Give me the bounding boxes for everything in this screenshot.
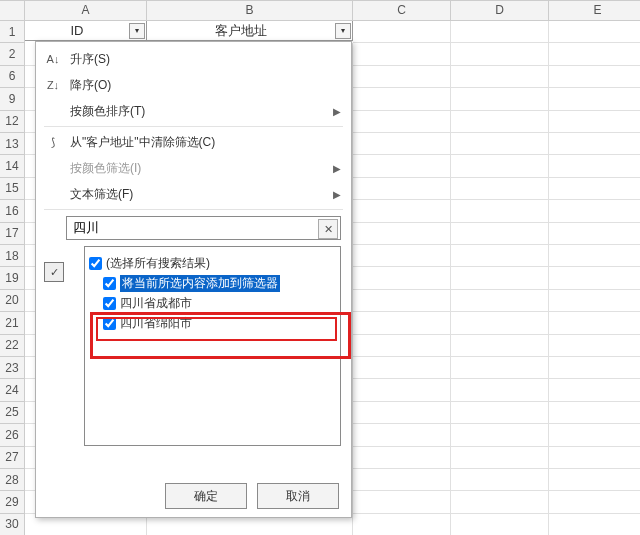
cell[interactable]: [353, 491, 451, 513]
cell[interactable]: [549, 200, 640, 222]
cell[interactable]: [451, 155, 549, 177]
cell[interactable]: [353, 178, 451, 200]
menu-text-filter[interactable]: 文本筛选(F) ▶: [36, 181, 351, 207]
cell[interactable]: [353, 357, 451, 379]
column-header-c[interactable]: C: [353, 1, 451, 21]
cell[interactable]: [451, 200, 549, 222]
cell[interactable]: [353, 267, 451, 289]
cell[interactable]: [353, 43, 451, 65]
cell[interactable]: [549, 88, 640, 110]
row-header-2[interactable]: 2: [0, 43, 25, 65]
cell[interactable]: [549, 223, 640, 245]
cell[interactable]: [549, 66, 640, 88]
cell[interactable]: [353, 155, 451, 177]
row-header-1[interactable]: 1: [0, 21, 25, 43]
cell[interactable]: [549, 469, 640, 491]
cell[interactable]: [549, 357, 640, 379]
cell[interactable]: [353, 245, 451, 267]
cancel-button[interactable]: 取消: [257, 483, 339, 509]
row-header-12[interactable]: 12: [0, 111, 25, 133]
cell[interactable]: [549, 447, 640, 469]
cell[interactable]: [353, 379, 451, 401]
ok-button[interactable]: 确定: [165, 483, 247, 509]
cell[interactable]: [451, 111, 549, 133]
tree-item-value-1[interactable]: 四川省成都市: [103, 293, 336, 313]
cell[interactable]: [451, 491, 549, 513]
cell[interactable]: [353, 111, 451, 133]
row-header-15[interactable]: 15: [0, 178, 25, 200]
cell[interactable]: [353, 335, 451, 357]
column-header-d[interactable]: D: [451, 1, 549, 21]
row-header-16[interactable]: 16: [0, 200, 25, 222]
row-header-19[interactable]: 19: [0, 267, 25, 289]
cell[interactable]: [353, 312, 451, 334]
cell[interactable]: [353, 424, 451, 446]
select-all-toggle[interactable]: ✓: [44, 262, 64, 282]
cell[interactable]: [353, 223, 451, 245]
cell[interactable]: [451, 447, 549, 469]
cell[interactable]: [353, 200, 451, 222]
cell[interactable]: [549, 111, 640, 133]
cell[interactable]: [451, 402, 549, 424]
cell[interactable]: [353, 402, 451, 424]
filter-dropdown-a[interactable]: ▾: [129, 23, 145, 39]
row-header-6[interactable]: 6: [0, 66, 25, 88]
menu-sort-asc[interactable]: A↓ 升序(S): [36, 46, 351, 72]
cell[interactable]: [549, 402, 640, 424]
cell[interactable]: [451, 88, 549, 110]
row-header-9[interactable]: 9: [0, 88, 25, 110]
cell[interactable]: [451, 267, 549, 289]
row-header-24[interactable]: 24: [0, 379, 25, 401]
filter-values-tree[interactable]: (选择所有搜索结果) 将当前所选内容添加到筛选器 四川省成都市 四川省绵阳市: [84, 246, 341, 446]
select-all-corner[interactable]: [0, 1, 25, 21]
row-header-23[interactable]: 23: [0, 357, 25, 379]
cell[interactable]: [451, 43, 549, 65]
row-header-14[interactable]: 14: [0, 155, 25, 177]
cell[interactable]: [451, 424, 549, 446]
cell[interactable]: [451, 357, 549, 379]
cell[interactable]: [549, 514, 640, 535]
cell[interactable]: [353, 88, 451, 110]
cell-b1[interactable]: 客户地址 ▾: [147, 21, 353, 41]
cell[interactable]: [451, 178, 549, 200]
cell[interactable]: [451, 514, 549, 535]
cell[interactable]: [353, 447, 451, 469]
cell[interactable]: [549, 133, 640, 155]
cell[interactable]: [451, 21, 549, 43]
filter-search-input[interactable]: [66, 216, 341, 240]
menu-sort-color[interactable]: 按颜色排序(T) ▶: [36, 98, 351, 124]
cell[interactable]: [549, 245, 640, 267]
cell[interactable]: [549, 379, 640, 401]
cell[interactable]: [353, 290, 451, 312]
row-header-17[interactable]: 17: [0, 223, 25, 245]
cell[interactable]: [549, 491, 640, 513]
cell[interactable]: [451, 133, 549, 155]
checkbox-value-1[interactable]: [103, 297, 116, 310]
checkbox-all-results[interactable]: [89, 257, 102, 270]
row-header-22[interactable]: 22: [0, 335, 25, 357]
filter-dropdown-b[interactable]: ▾: [335, 23, 351, 39]
cell[interactable]: [549, 424, 640, 446]
cell[interactable]: [353, 66, 451, 88]
clear-search-button[interactable]: ✕: [318, 219, 338, 239]
menu-sort-desc[interactable]: Z↓ 降序(O): [36, 72, 351, 98]
column-header-e[interactable]: E: [549, 1, 640, 21]
row-header-26[interactable]: 26: [0, 424, 25, 446]
cell[interactable]: [549, 21, 640, 43]
cell[interactable]: [353, 21, 451, 43]
row-header-27[interactable]: 27: [0, 447, 25, 469]
column-header-a[interactable]: A: [25, 1, 147, 21]
menu-clear-filter[interactable]: ⟆ 从"客户地址"中清除筛选(C): [36, 129, 351, 155]
cell[interactable]: [549, 312, 640, 334]
cell[interactable]: [451, 312, 549, 334]
row-header-29[interactable]: 29: [0, 491, 25, 513]
row-header-25[interactable]: 25: [0, 402, 25, 424]
row-header-20[interactable]: 20: [0, 290, 25, 312]
cell[interactable]: [353, 469, 451, 491]
row-header-21[interactable]: 21: [0, 312, 25, 334]
row-header-28[interactable]: 28: [0, 469, 25, 491]
cell[interactable]: [451, 379, 549, 401]
cell[interactable]: [549, 178, 640, 200]
tree-item-add-to-filter[interactable]: 将当前所选内容添加到筛选器: [103, 273, 336, 293]
checkbox-add-to-filter[interactable]: [103, 277, 116, 290]
